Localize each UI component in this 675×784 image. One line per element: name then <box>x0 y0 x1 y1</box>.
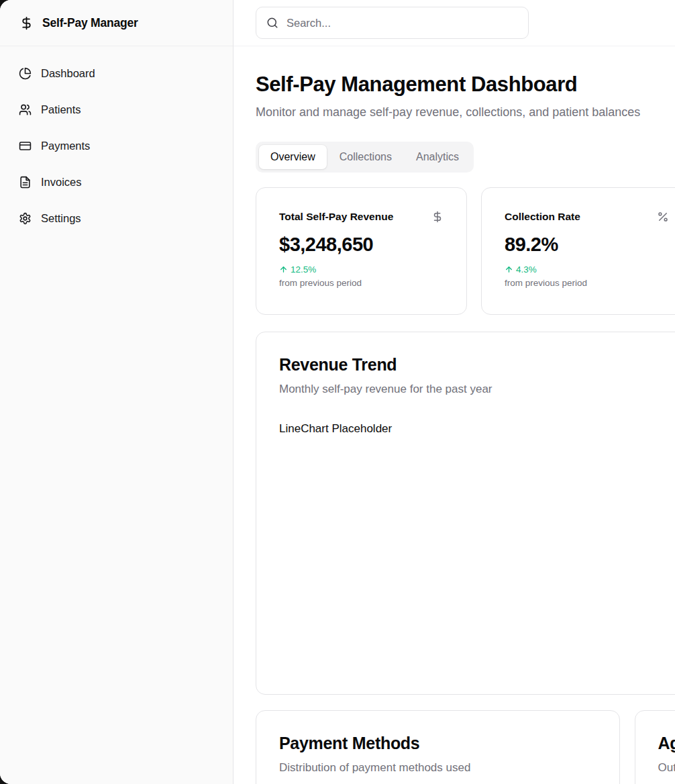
sidebar-header: Self-Pay Manager <box>0 0 233 46</box>
payment-methods-title: Payment Methods <box>279 734 596 753</box>
search-bar[interactable] <box>256 7 529 39</box>
page-subtitle: Monitor and manage self-pay revenue, col… <box>256 105 675 119</box>
bottom-cards-row: Payment Methods Distribution of payment … <box>256 710 675 784</box>
payment-methods-subtitle: Distribution of payment methods used <box>279 761 596 775</box>
search-icon <box>266 17 278 29</box>
tab-collections[interactable]: Collections <box>328 145 403 169</box>
stat-title: Collection Rate <box>505 211 580 223</box>
revenue-trend-card: Revenue Trend Monthly self-pay revenue f… <box>256 332 675 695</box>
main-area: Self-Pay Management Dashboard Monitor an… <box>233 0 675 784</box>
app-window: Self-Pay Manager Dashboard Patients Paym… <box>0 0 675 784</box>
stat-value: 89.2% <box>505 234 669 256</box>
page-content: Self-Pay Management Dashboard Monitor an… <box>233 46 675 784</box>
sidebar-item-label: Payments <box>41 140 90 152</box>
stat-card-header: Collection Rate <box>505 211 669 223</box>
aging-analysis-title: Aging Analysis <box>658 734 675 753</box>
sidebar-nav: Dashboard Patients Payments Invoices <box>0 46 233 233</box>
stat-cards-row: Total Self-Pay Revenue $3,248,650 12.5% … <box>256 187 675 315</box>
stat-change-value: 12.5% <box>291 264 316 275</box>
tab-list: Overview Collections Analytics <box>256 142 474 173</box>
stat-caption: from previous period <box>279 278 444 288</box>
sidebar-item-label: Dashboard <box>41 67 95 80</box>
dollar-sign-logo-icon <box>19 16 34 30</box>
stat-card-total-revenue: Total Self-Pay Revenue $3,248,650 12.5% … <box>256 187 467 315</box>
pie-chart-icon <box>19 67 32 80</box>
credit-card-icon <box>19 140 32 152</box>
sidebar-item-invoices[interactable]: Invoices <box>9 167 223 197</box>
stat-caption: from previous period <box>505 278 669 288</box>
app-title: Self-Pay Manager <box>42 16 138 30</box>
tab-analytics[interactable]: Analytics <box>405 145 470 169</box>
arrow-up-icon <box>279 265 288 274</box>
dollar-sign-icon <box>431 211 444 223</box>
revenue-trend-title: Revenue Trend <box>279 355 675 375</box>
file-text-icon <box>19 176 32 189</box>
sidebar-item-label: Settings <box>41 212 81 225</box>
sidebar-item-dashboard[interactable]: Dashboard <box>9 58 223 88</box>
topbar <box>233 0 675 46</box>
percent-icon <box>657 211 669 223</box>
stat-change-value: 4.3% <box>516 264 537 275</box>
search-input[interactable] <box>287 17 518 30</box>
users-icon <box>19 103 32 116</box>
sidebar-item-settings[interactable]: Settings <box>9 203 223 233</box>
aging-analysis-subtitle: Outstanding balances by age <box>658 761 675 775</box>
sidebar: Self-Pay Manager Dashboard Patients Paym… <box>0 0 233 784</box>
stat-change: 4.3% <box>505 264 669 275</box>
sidebar-item-label: Patients <box>41 103 81 116</box>
arrow-up-icon <box>505 265 513 274</box>
revenue-trend-subtitle: Monthly self-pay revenue for the past ye… <box>279 383 675 396</box>
page-title: Self-Pay Management Dashboard <box>256 72 675 97</box>
payment-methods-card: Payment Methods Distribution of payment … <box>256 710 620 784</box>
stat-value: $3,248,650 <box>279 234 444 256</box>
tab-overview[interactable]: Overview <box>259 145 327 169</box>
line-chart-placeholder: LineChart Placeholder <box>279 422 675 436</box>
stat-card-collection-rate: Collection Rate 89.2% 4.3% from previous… <box>481 187 675 315</box>
stat-change: 12.5% <box>279 264 444 275</box>
stat-title: Total Self-Pay Revenue <box>279 211 393 223</box>
stat-card-header: Total Self-Pay Revenue <box>279 211 444 223</box>
gear-icon <box>19 212 32 225</box>
aging-analysis-card: Aging Analysis Outstanding balances by a… <box>635 710 675 784</box>
sidebar-item-label: Invoices <box>41 176 82 189</box>
sidebar-item-payments[interactable]: Payments <box>9 131 223 160</box>
sidebar-item-patients[interactable]: Patients <box>9 95 223 124</box>
